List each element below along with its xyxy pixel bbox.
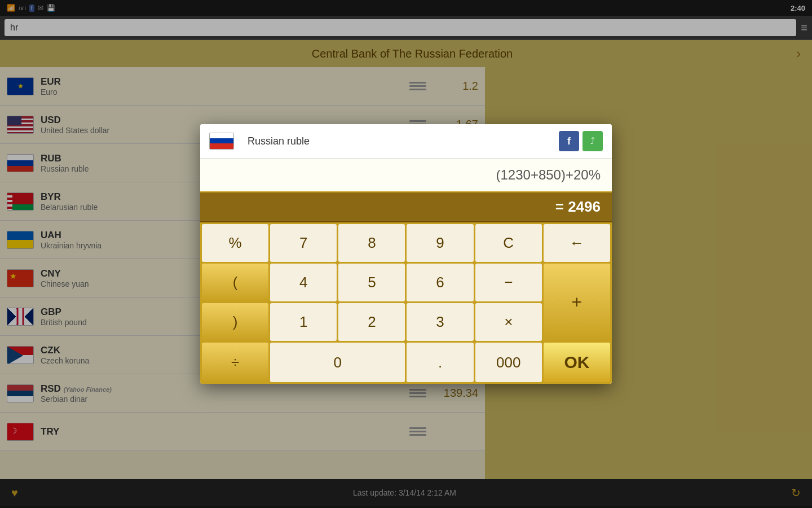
calc-8-button[interactable]: 8 — [338, 224, 405, 262]
calc-2-button[interactable]: 2 — [338, 303, 405, 341]
calc-title: Russian ruble — [248, 135, 310, 147]
calc-4-button[interactable]: 4 — [270, 264, 337, 301]
calc-0-button[interactable]: 0 — [270, 343, 405, 382]
calc-buttons: % 7 8 9 C ← ( 4 5 6 − + ) 1 2 3 × ÷ 0 . … — [200, 222, 612, 384]
calc-header-right: f ⤴ — [559, 131, 603, 151]
calc-backspace-button[interactable]: ← — [544, 224, 610, 262]
calc-7-button[interactable]: 7 — [270, 224, 337, 262]
calc-display: (1230+850)+20% — [200, 159, 612, 192]
calc-9-button[interactable]: 9 — [407, 224, 473, 262]
calc-3-button[interactable]: 3 — [407, 303, 473, 341]
calc-6-button[interactable]: 6 — [407, 264, 473, 301]
calc-5-button[interactable]: 5 — [338, 264, 405, 301]
calc-percent-button[interactable]: % — [202, 224, 268, 262]
share-button[interactable]: ⤴ — [582, 131, 603, 151]
calc-multiply-button[interactable]: × — [475, 303, 542, 341]
calc-000-button[interactable]: 000 — [475, 343, 542, 382]
calculator-modal: Russian ruble f ⤴ (1230+850)+20% = 2496 … — [200, 124, 612, 384]
facebook-share-button[interactable]: f — [559, 131, 579, 151]
calc-expression: (1230+850)+20% — [496, 167, 601, 183]
modal-overlay: Russian ruble f ⤴ (1230+850)+20% = 2496 … — [0, 0, 812, 508]
calc-header: Russian ruble f ⤴ — [200, 124, 612, 159]
calc-result: = 2496 — [555, 198, 601, 215]
calc-open-paren-button[interactable]: ( — [202, 264, 268, 301]
calc-1-button[interactable]: 1 — [270, 303, 337, 341]
calc-minus-button[interactable]: − — [475, 264, 542, 301]
calc-plus-button[interactable]: + — [544, 264, 610, 341]
calc-close-paren-button[interactable]: ) — [202, 303, 268, 341]
calc-result-bar: = 2496 — [200, 192, 612, 222]
calc-header-left: Russian ruble — [209, 133, 310, 150]
calc-divide-button[interactable]: ÷ — [202, 343, 268, 382]
calc-decimal-button[interactable]: . — [407, 343, 473, 382]
calc-clear-button[interactable]: C — [475, 224, 542, 262]
calc-flag-rub — [209, 133, 234, 150]
calc-ok-button[interactable]: OK — [544, 343, 610, 382]
